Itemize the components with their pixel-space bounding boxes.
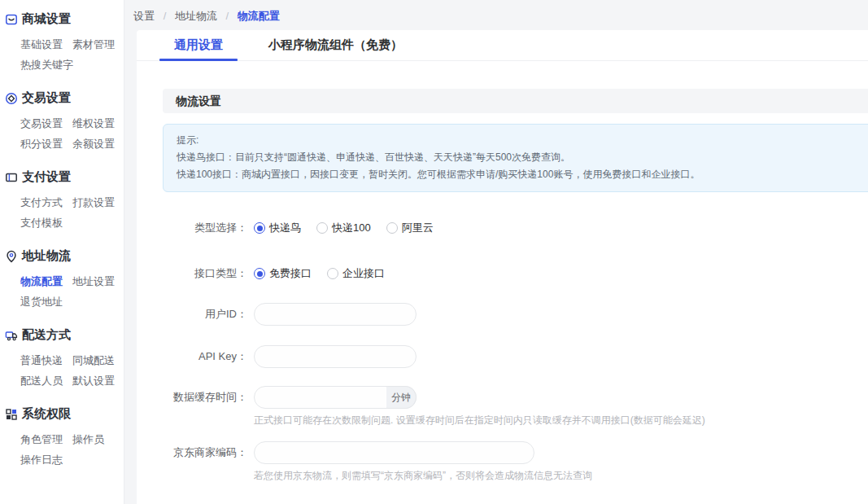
cache-time-input-group: 分钟: [254, 386, 417, 409]
sidebar-item[interactable]: 地址设置: [72, 276, 124, 287]
jd-code-label: 京东商家编码：: [163, 441, 254, 464]
sidebar-item[interactable]: 支付模板: [20, 217, 72, 229]
api-key-input[interactable]: [254, 345, 417, 368]
sidebar-item[interactable]: 交易设置: [20, 118, 72, 129]
content-card: 通用设置 小程序物流组件（免费） 物流设置 提示: 快递鸟接口：目前只支持“圆通…: [137, 30, 868, 504]
radio-kuaidi100[interactable]: 快递100: [316, 221, 371, 235]
radio-enterprise-api[interactable]: 企业接口: [327, 266, 385, 281]
sidebar-item[interactable]: 支付方式: [20, 197, 72, 208]
sidebar-item[interactable]: 同城配送: [72, 355, 124, 366]
tip-box: 提示: 快递鸟接口：目前只支持“圆通快递、申通快递、百世快递、天天快递”每天50…: [163, 124, 868, 192]
breadcrumb: 设置 / 地址物流 / 物流配置: [124, 0, 868, 30]
type-select-label: 类型选择：: [163, 221, 254, 234]
sidebar-item[interactable]: 默认设置: [72, 375, 124, 387]
sidebar-item[interactable]: 操作员: [72, 434, 124, 445]
jd-code-helper-text: 若您使用京东物流，则需填写“京东商家编码”，否则将会造成物流信息无法查询: [254, 470, 592, 482]
form-row-cache-time: 数据缓存时间： 分钟 正式接口可能存在次数限制问题. 设置缓存时间后在指定时间内…: [163, 386, 868, 427]
sidebar-section-payment: 支付设置 支付方式 打款设置 支付模板: [5, 169, 124, 229]
radio-aliyun[interactable]: 阿里云: [386, 221, 434, 235]
logistics-form: 类型选择： 快递鸟 快递100 阿里云: [163, 221, 868, 482]
tip-title: 提示:: [177, 132, 868, 149]
transaction-icon: [5, 92, 18, 105]
sidebar-section-trade-title: 交易设置: [5, 90, 124, 106]
logistics-settings-panel: 物流设置 提示: 快递鸟接口：目前只支持“圆通快递、申通快递、百世快递、天天快递…: [137, 61, 868, 482]
api-type-radio-group: 免费接口 企业接口: [254, 267, 385, 280]
user-id-input[interactable]: [254, 303, 417, 326]
form-row-type-select: 类型选择： 快递鸟 快递100 阿里云: [163, 221, 868, 234]
api-key-label: API Key：: [163, 345, 254, 368]
sidebar-item[interactable]: 热搜关键字: [20, 59, 72, 71]
breadcrumb-item-address-logistics[interactable]: 地址物流: [175, 10, 217, 22]
sidebar-item[interactable]: 基础设置: [20, 39, 72, 50]
minutes-suffix: 分钟: [386, 386, 417, 409]
grid-icon: [5, 408, 18, 421]
sidebar-item[interactable]: 余额设置: [72, 138, 124, 150]
sidebar-section-logistics-title: 地址物流: [5, 248, 124, 264]
tab-miniprogram-logistics[interactable]: 小程序物流组件（免费）: [254, 30, 417, 60]
form-row-api-key: API Key：: [163, 345, 868, 368]
storefront-icon: [5, 13, 18, 26]
sidebar-item[interactable]: 积分设置: [20, 138, 72, 150]
form-row-jd-code: 京东商家编码： 若您使用京东物流，则需填写“京东商家编码”，否则将会造成物流信息…: [163, 441, 868, 482]
sidebar-section-mall-title: 商城设置: [5, 11, 124, 27]
form-row-user-id: 用户ID：: [163, 303, 868, 326]
radio-unchecked-icon: [316, 222, 328, 234]
main-area: 设置 / 地址物流 / 物流配置 通用设置 小程序物流组件（免费） 物流设置 提…: [124, 0, 868, 504]
sidebar-section-permissions-title: 系统权限: [5, 406, 124, 422]
radio-kuaidiniao[interactable]: 快递鸟: [254, 221, 301, 235]
sidebar-section-payment-title: 支付设置: [5, 169, 124, 185]
sidebar-section-delivery-title: 配送方式: [5, 327, 124, 343]
radio-free-api[interactable]: 免费接口: [254, 266, 312, 281]
sidebar-item[interactable]: 维权设置: [72, 118, 124, 129]
tip-line: 快递鸟接口：目前只支持“圆通快递、申通快递、百世快递、天天快递”每天500次免费…: [177, 149, 868, 166]
sidebar-item[interactable]: 打款设置: [72, 197, 124, 208]
sidebar: 商城设置 基础设置 素材管理 热搜关键字 交易设置 交易设置 维权设置 积分设置…: [0, 0, 124, 504]
truck-icon: [5, 329, 18, 342]
sidebar-item[interactable]: 素材管理: [72, 39, 124, 50]
sidebar-item[interactable]: 角色管理: [20, 434, 72, 445]
sidebar-section-logistics: 地址物流 物流配置 地址设置 退货地址: [5, 248, 124, 308]
breadcrumb-separator: /: [164, 10, 167, 22]
location-pin-icon: [5, 250, 18, 263]
sidebar-section-permissions: 系统权限 角色管理 操作员 操作日志: [5, 406, 124, 466]
sidebar-item-logistics-config[interactable]: 物流配置: [20, 276, 72, 287]
sidebar-section-delivery: 配送方式 普通快递 同城配送 配送人员 默认设置: [5, 327, 124, 387]
payment-card-icon: [5, 171, 18, 184]
radio-checked-icon: [254, 268, 265, 279]
breadcrumb-item-settings[interactable]: 设置: [133, 10, 155, 22]
sidebar-item[interactable]: 操作日志: [20, 454, 72, 466]
user-id-label: 用户ID：: [163, 303, 254, 326]
radio-checked-icon: [254, 222, 265, 234]
radio-unchecked-icon: [386, 222, 398, 234]
sidebar-item[interactable]: 退货地址: [20, 296, 72, 308]
jd-code-input[interactable]: [254, 441, 534, 464]
sidebar-section-mall: 商城设置 基础设置 素材管理 热搜关键字: [5, 11, 124, 71]
sidebar-item[interactable]: 普通快递: [20, 355, 72, 366]
cache-time-label: 数据缓存时间：: [163, 386, 254, 409]
form-row-api-type: 接口类型： 免费接口 企业接口: [163, 267, 868, 280]
cache-time-helper-text: 正式接口可能存在次数限制问题. 设置缓存时间后在指定时间内只读取缓存并不调用接口…: [254, 414, 705, 427]
breadcrumb-item-logistics-config: 物流配置: [238, 10, 280, 22]
type-select-radio-group: 快递鸟 快递100 阿里云: [254, 221, 434, 234]
api-type-label: 接口类型：: [163, 267, 254, 280]
sidebar-section-trade: 交易设置 交易设置 维权设置 积分设置 余额设置: [5, 90, 124, 150]
tab-general-settings[interactable]: 通用设置: [159, 30, 238, 60]
sidebar-item[interactable]: 配送人员: [20, 375, 72, 387]
tip-line: 快递100接口：商城内置接口，因接口变更，暂时关闭。您可根据需求申请/购买快递1…: [177, 166, 868, 183]
panel-title: 物流设置: [163, 89, 868, 113]
radio-unchecked-icon: [327, 268, 338, 279]
breadcrumb-separator: /: [226, 10, 229, 22]
tab-bar: 通用设置 小程序物流组件（免费）: [137, 30, 868, 61]
